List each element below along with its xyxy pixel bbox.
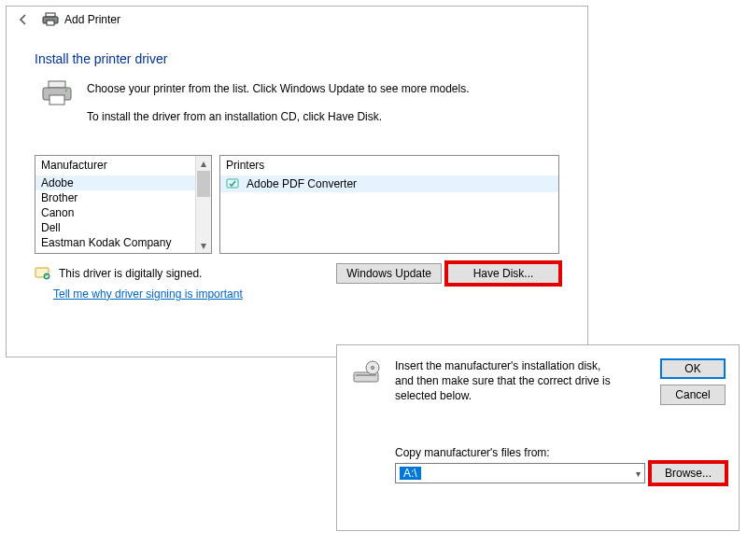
signature-block: This driver is digitally signed. [35,266,202,281]
svg-rect-6 [49,95,64,105]
printer-large-icon [40,79,74,127]
wizard-header: Add Printer [7,7,587,35]
driver-signed-icon [226,177,241,190]
printer-item-label: Adobe PDF Converter [247,177,357,190]
window-title: Add Printer [42,12,120,27]
manufacturer-pane: Manufacturer Adobe Brother Canon Dell Ea… [35,155,212,254]
drive-path-value: A:\ [400,467,421,480]
intro-block: Choose your printer from the list. Click… [40,79,569,127]
svg-rect-2 [47,21,54,25]
certificate-icon [35,266,51,281]
disk-icon [350,358,382,405]
manufacturer-header: Manufacturer [35,156,211,175]
have-disk-button[interactable]: Have Disk... [447,263,559,284]
window-title-text: Add Printer [64,13,120,26]
intro-line-1: Choose your printer from the list. Click… [87,79,470,98]
cancel-button[interactable]: Cancel [660,385,726,405]
scroll-up-icon[interactable]: ▴ [196,156,211,171]
manufacturer-item[interactable]: Dell [35,220,211,235]
browse-button[interactable]: Browse... [651,463,726,483]
scroll-thumb[interactable] [197,171,210,197]
printer-icon [42,12,59,27]
signature-text: This driver is digitally signed. [59,267,202,280]
svg-point-3 [54,18,56,20]
copy-from-label: Copy manufacturer's files from: [395,446,726,459]
svg-rect-0 [46,13,55,17]
printers-header: Printers [220,156,558,175]
svg-point-7 [65,90,67,91]
scroll-down-icon[interactable]: ▾ [196,238,211,253]
manufacturer-item[interactable]: Eastman Kodak Company [35,235,211,250]
chevron-down-icon[interactable]: ▾ [634,469,642,479]
driver-lists: Manufacturer Adobe Brother Canon Dell Ea… [35,155,559,254]
windows-update-button[interactable]: Windows Update [336,263,442,284]
install-instruction-text: Insert the manufacturer's installation d… [395,358,619,405]
printers-pane: Printers Adobe PDF Converter [219,155,559,254]
manufacturer-item[interactable]: Brother [35,190,211,205]
install-from-disk-dialog: Insert the manufacturer's installation d… [336,344,740,531]
svg-point-14 [371,366,374,369]
add-printer-wizard: Add Printer Install the printer driver C… [6,6,588,357]
drive-path-combo[interactable]: A:\ ▾ [395,463,645,483]
manufacturer-list[interactable]: Adobe Brother Canon Dell Eastman Kodak C… [35,175,211,250]
manufacturer-scrollbar[interactable]: ▴ ▾ [195,156,211,253]
svg-point-10 [44,273,49,279]
back-button[interactable] [14,10,33,29]
svg-rect-4 [49,81,65,88]
manufacturer-item[interactable]: Canon [35,205,211,220]
page-heading: Install the printer driver [35,51,587,66]
manufacturer-item[interactable]: Adobe [35,175,211,190]
driver-signing-link[interactable]: Tell me why driver signing is important [53,287,587,301]
ok-button[interactable]: OK [660,358,726,379]
printer-item[interactable]: Adobe PDF Converter [220,175,558,192]
intro-line-2: To install the driver from an installati… [87,107,470,126]
footer-row: This driver is digitally signed. Windows… [35,263,559,284]
